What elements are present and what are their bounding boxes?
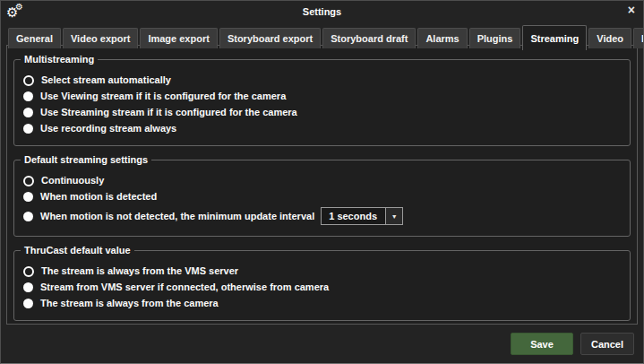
group-title: Default streaming settings <box>21 154 151 166</box>
tab-general[interactable]: General <box>8 28 61 48</box>
group-title: Multistreaming <box>21 54 98 65</box>
tab-video[interactable]: Video <box>588 28 631 48</box>
tab-plugins[interactable]: Plugins <box>469 28 521 48</box>
group-title: ThruCast default value <box>21 245 134 256</box>
settings-dialog: ⚙ ⚙ Settings × General Video export Imag… <box>0 0 644 364</box>
tab-streaming[interactable]: Streaming <box>522 25 587 50</box>
radio-stream-always-vms-server[interactable]: The stream is always from the VMS server <box>23 265 621 277</box>
tab-bar: General Video export Image export Storyb… <box>8 25 644 48</box>
close-icon[interactable]: × <box>628 3 635 17</box>
radio-icon[interactable] <box>23 212 33 221</box>
radio-stream-always-camera[interactable]: The stream is always from the camera <box>23 298 621 309</box>
radio-icon[interactable] <box>23 282 33 292</box>
tab-storyboard-export[interactable]: Storyboard export <box>219 28 321 48</box>
gears-icon: ⚙ ⚙ <box>6 3 26 21</box>
radio-use-recording-stream[interactable]: Use recording stream always <box>23 123 621 134</box>
radio-use-streaming-stream[interactable]: Use Streaming stream if it is configured… <box>23 107 621 118</box>
radio-icon[interactable] <box>23 108 33 117</box>
dialog-footer: Save Cancel <box>511 333 634 355</box>
cancel-button[interactable]: Cancel <box>580 333 634 355</box>
tab-alarms[interactable]: Alarms <box>417 28 467 48</box>
chevron-down-icon[interactable]: ▼ <box>385 208 402 224</box>
radio-when-motion-not-detected[interactable]: When motion is not detected, the minimum… <box>23 207 621 225</box>
update-interval-value: 1 seconds <box>322 208 385 224</box>
radio-icon[interactable] <box>23 91 33 101</box>
radio-icon[interactable] <box>23 299 33 308</box>
group-multistreaming: Multistreaming Select stream automatical… <box>13 59 631 146</box>
radio-icon[interactable] <box>23 266 34 277</box>
title-bar: ⚙ ⚙ Settings × <box>1 1 643 23</box>
radio-select-stream-automatically[interactable]: Select stream automatically <box>23 74 621 86</box>
streaming-tab-panel: Multistreaming Select stream automatical… <box>6 45 638 325</box>
radio-continuously[interactable]: Continuously <box>23 175 621 186</box>
tab-video-export[interactable]: Video export <box>63 28 138 48</box>
tab-display[interactable]: Display <box>633 28 644 48</box>
radio-icon[interactable] <box>23 192 33 202</box>
window-title: Settings <box>1 1 643 22</box>
tab-storyboard-draft[interactable]: Storyboard draft <box>322 28 416 48</box>
radio-icon[interactable] <box>23 75 34 86</box>
radio-when-motion-detected[interactable]: When motion is detected <box>23 191 621 203</box>
radio-icon[interactable] <box>23 124 33 134</box>
radio-stream-vms-otherwise-camera[interactable]: Stream from VMS server if connected, oth… <box>23 282 621 293</box>
update-interval-select[interactable]: 1 seconds ▼ <box>321 207 403 225</box>
save-button[interactable]: Save <box>511 333 573 355</box>
group-default-streaming-settings: Default streaming settings Continuously … <box>13 160 631 237</box>
group-thrucast-default-value: ThruCast default value The stream is alw… <box>13 250 631 321</box>
radio-icon[interactable] <box>23 176 34 186</box>
tab-image-export[interactable]: Image export <box>140 28 217 48</box>
radio-use-viewing-stream[interactable]: Use Viewing stream if it is configured f… <box>23 91 621 102</box>
